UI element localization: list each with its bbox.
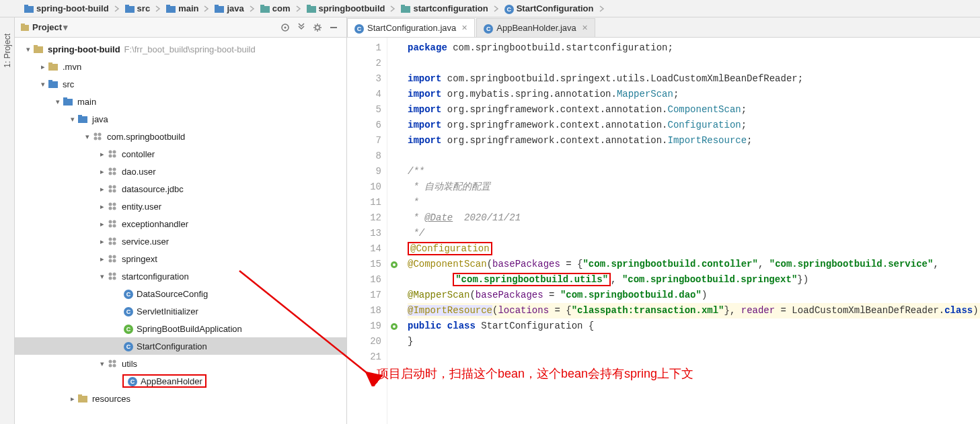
chevron-right-icon — [295, 5, 303, 12]
gutter-icon-slot — [387, 179, 401, 195]
code-line[interactable]: import com.springbootbuild.springext.uti… — [408, 71, 980, 87]
tree-node[interactable]: datasource.jdbc — [15, 180, 346, 198]
svg-rect-10 — [307, 6, 316, 13]
tree-arrow-icon[interactable] — [67, 115, 78, 124]
tree-arrow-icon[interactable] — [97, 150, 108, 159]
code-line[interactable] — [408, 349, 980, 365]
tree-node[interactable]: com.springbootbuild — [15, 128, 346, 145]
tree-node-label: exceptionhandler — [122, 219, 188, 229]
expand-all-button[interactable] — [294, 20, 309, 35]
close-icon[interactable]: ✕ — [461, 24, 467, 32]
breadcrumb-item[interactable]: CStartConfiguration — [500, 3, 598, 14]
tree-node[interactable]: CAppBeanHolder — [15, 372, 346, 390]
tree-node[interactable]: CDataSourceConfig — [15, 285, 346, 302]
svg-point-40 — [109, 172, 112, 175]
tree-arrow-icon[interactable] — [23, 45, 34, 54]
tree-node[interactable]: springext — [15, 250, 346, 267]
bean-icon[interactable] — [389, 260, 399, 269]
pkg-icon — [108, 202, 120, 211]
code-line[interactable]: @MapperScan(basePackages = "com.springbo… — [408, 288, 980, 303]
code-line[interactable]: @Configuration — [408, 241, 980, 257]
breadcrumb-item[interactable]: springbootbuild — [303, 3, 389, 13]
tree-node[interactable]: contoller — [15, 145, 346, 163]
tree-node[interactable]: utils — [15, 355, 346, 372]
tree-node[interactable]: resources — [15, 390, 346, 407]
code-line[interactable]: public class StartConfiguration { — [408, 319, 980, 334]
svg-point-51 — [113, 220, 116, 224]
tree-node[interactable]: CStartConfiguration — [15, 337, 346, 355]
gutter-icon-slot — [387, 303, 401, 319]
code-line[interactable]: import org.springframework.context.annot… — [408, 133, 980, 149]
dropdown-icon: ▾ — [63, 22, 68, 32]
tree-arrow-icon[interactable] — [38, 62, 48, 71]
breadcrumb-item[interactable]: main — [162, 3, 202, 13]
code-line[interactable]: import org.mybatis.spring.annotation.Map… — [408, 87, 980, 102]
code-line[interactable]: */ — [408, 226, 980, 241]
class-run-icon: C — [122, 323, 135, 334]
project-panel-title[interactable]: Project ▾ — [20, 22, 68, 32]
svg-rect-7 — [215, 5, 219, 7]
project-tree[interactable]: spring-boot-buildF:\frr_boot_build\sprin… — [15, 38, 346, 424]
bean-icon[interactable] — [389, 322, 399, 331]
tree-arrow-icon[interactable] — [97, 237, 108, 246]
gutter-icon-slot — [387, 40, 401, 56]
code-line[interactable]: import org.springframework.context.annot… — [408, 118, 980, 133]
code-line[interactable]: /** — [408, 164, 980, 179]
breadcrumb-label: spring-boot-build — [36, 3, 109, 13]
tree-arrow-icon[interactable] — [67, 394, 78, 403]
tree-arrow-icon[interactable] — [97, 202, 108, 211]
code-line[interactable] — [408, 149, 980, 164]
close-icon[interactable]: ✕ — [582, 24, 588, 32]
tree-node[interactable]: CSpringBootBuildApplication — [15, 320, 346, 337]
breadcrumb-item[interactable]: spring-boot-build — [20, 3, 113, 13]
tree-node[interactable]: spring-boot-buildF:\frr_boot_build\sprin… — [15, 40, 346, 58]
code-line[interactable]: import org.springframework.context.annot… — [408, 102, 980, 118]
tree-node[interactable]: main — [15, 93, 346, 110]
tree-arrow-icon[interactable] — [97, 185, 108, 194]
tree-node[interactable]: java — [15, 110, 346, 128]
breadcrumb-item[interactable]: com — [256, 3, 295, 13]
code-line[interactable]: package com.springbootbuild.startconfigu… — [408, 40, 980, 56]
project-panel-header: Project ▾ — [15, 17, 346, 38]
tree-arrow-icon[interactable] — [97, 167, 108, 176]
pkg-icon — [108, 271, 120, 281]
tree-node[interactable]: dao.user — [15, 163, 346, 180]
tree-node[interactable]: entity.user — [15, 198, 346, 215]
breadcrumb-label: springbootbuild — [319, 3, 385, 13]
settings-button[interactable] — [310, 20, 325, 35]
minimize-button[interactable] — [326, 20, 341, 35]
breadcrumb-item[interactable]: src — [121, 3, 155, 13]
tree-arrow-icon[interactable] — [82, 132, 93, 141]
gutter-icon-slot — [387, 241, 401, 257]
tree-node[interactable]: exceptionhandler — [15, 215, 346, 232]
gutter-icon-slot — [387, 334, 401, 349]
svg-point-63 — [113, 273, 116, 276]
editor-tab[interactable]: CStartConfiguration.java✕ — [347, 18, 475, 37]
svg-point-30 — [94, 133, 98, 136]
rail-project-label[interactable]: 1: Project — [3, 31, 12, 71]
tree-arrow-icon[interactable] — [38, 80, 48, 89]
code-line[interactable]: "com.springbootbuild.utils", "com.spring… — [408, 272, 980, 288]
tree-arrow-icon[interactable] — [97, 359, 108, 368]
code-line[interactable]: @ImportResource(locations = {"classpath:… — [408, 303, 980, 319]
code-line[interactable]: * @Date 2020/11/21 — [408, 210, 980, 226]
code-line[interactable] — [408, 56, 980, 71]
svg-point-45 — [113, 189, 116, 193]
code-line[interactable]: } — [408, 334, 980, 349]
locate-button[interactable] — [278, 20, 293, 35]
breadcrumb-item[interactable]: java — [211, 3, 248, 13]
tree-node[interactable]: service.user — [15, 232, 346, 250]
tree-arrow-icon[interactable] — [97, 272, 108, 281]
tree-node[interactable]: CServletInitializer — [15, 302, 346, 320]
tree-arrow-icon[interactable] — [97, 255, 108, 263]
tree-node[interactable]: .mvn — [15, 58, 346, 75]
editor-tab[interactable]: CAppBeanHolder.java✕ — [476, 18, 595, 37]
tree-arrow-icon[interactable] — [97, 220, 108, 228]
code-line[interactable]: @ComponentScan(basePackages = {"com.spri… — [408, 257, 980, 272]
breadcrumb-item[interactable]: startconfiguration — [397, 3, 492, 13]
tree-arrow-icon[interactable] — [52, 97, 63, 106]
code-line[interactable]: * — [408, 195, 980, 210]
code-line[interactable]: * 自动装配的配置 — [408, 179, 980, 195]
tree-node[interactable]: src — [15, 75, 346, 93]
tree-node[interactable]: startconfiguration — [15, 267, 346, 285]
